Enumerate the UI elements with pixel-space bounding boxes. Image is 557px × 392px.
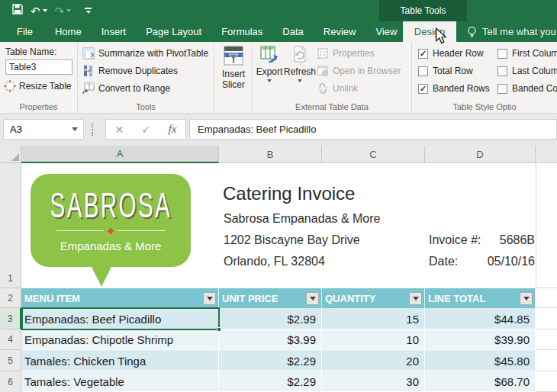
table-row: Tamales: Vegetable $2.29 30 $68.70 [21, 371, 557, 392]
checkbox-icon[interactable] [497, 84, 507, 94]
cell-b3[interactable]: $2.99 [219, 308, 322, 329]
row-header-4[interactable]: 4 [0, 329, 21, 350]
invoice-date-value: 05/10/16 [488, 255, 535, 268]
cell-d3[interactable]: $44.85 [425, 308, 536, 329]
column-header-a[interactable]: A [21, 146, 219, 163]
cell-c6[interactable]: 30 [322, 371, 425, 392]
resize-table-button[interactable]: Resize Table [4, 80, 71, 92]
resize-table-icon [4, 80, 16, 92]
tab-review[interactable]: Review [314, 21, 366, 42]
empty-cell[interactable] [536, 308, 557, 329]
tab-formulas[interactable]: Formulas [211, 21, 272, 42]
invoice-date-label: Date: [429, 255, 458, 268]
row-header-5[interactable]: 5 [0, 350, 21, 371]
ribbon: Table Name: Table3 Resize Table Properti… [0, 42, 557, 114]
redo-dropdown-icon [66, 9, 71, 12]
pivottable-icon [82, 47, 95, 59]
cancel-icon[interactable]: ✕ [115, 124, 124, 136]
cell-c3[interactable]: 15 [322, 308, 425, 329]
remove-duplicates-button[interactable]: Remove Duplicates [82, 65, 178, 77]
convert-to-range-icon [82, 82, 95, 95]
refresh-button[interactable]: Refresh [285, 45, 315, 82]
tab-data[interactable]: Data [272, 21, 313, 42]
checkbox-header-row[interactable]: ✓ Header Row [418, 48, 484, 59]
cell-b5[interactable]: $2.29 [219, 350, 322, 371]
column-header-d[interactable]: D [425, 146, 536, 162]
header-cell-unit-price[interactable]: UNIT PRICE [219, 288, 322, 308]
name-box[interactable]: A3 [3, 119, 84, 140]
filter-dropdown-icon[interactable] [520, 292, 533, 305]
row-header-1[interactable]: 1 [0, 163, 21, 288]
tab-home[interactable]: Home [45, 21, 92, 42]
row-header-2[interactable]: 2 [0, 288, 21, 308]
column-header-c[interactable]: C [322, 146, 425, 162]
row-header-6[interactable]: 6 [0, 371, 21, 392]
customize-quick-access-icon[interactable] [85, 8, 92, 14]
cell-d6[interactable]: $68.70 [425, 371, 536, 392]
name-box-dropdown-icon[interactable] [66, 127, 83, 131]
empty-cell[interactable] [536, 371, 557, 392]
cell-a5[interactable]: Tamales: Chicken Tinga [21, 350, 219, 371]
cell-d5[interactable]: $45.80 [425, 350, 536, 371]
undo-dropdown-icon[interactable] [43, 9, 47, 12]
export-button[interactable]: Export [254, 45, 285, 82]
tab-insert[interactable]: Insert [92, 21, 137, 42]
undo-button[interactable]: ↶ [31, 5, 47, 17]
open-in-browser-button-disabled: Open in Browser [317, 65, 401, 77]
cell-a6[interactable]: Tamales: Vegetable [21, 371, 219, 392]
cell-c5[interactable]: 20 [322, 350, 425, 371]
empty-cell[interactable] [536, 329, 557, 350]
properties-icon [317, 47, 329, 59]
checkbox-icon[interactable] [497, 66, 507, 76]
logo-tail [90, 264, 113, 287]
enter-icon[interactable]: ✓ [142, 124, 151, 136]
active-cell-selection[interactable] [21, 307, 220, 330]
insert-function-icon[interactable]: fx [169, 123, 177, 136]
header-cell-menu-item[interactable]: MENU ITEM [21, 288, 219, 308]
summarize-with-pivottable-button[interactable]: Summarize with PivotTable [82, 47, 208, 59]
cell-d4[interactable]: $39.90 [425, 329, 536, 350]
column-header-b[interactable]: B [219, 146, 322, 162]
checkbox-banded-columns[interactable]: Banded Colum [497, 83, 557, 94]
checkbox-last-column[interactable]: Last Column [497, 66, 557, 76]
export-dropdown-icon[interactable] [267, 79, 272, 82]
invoice-company: Sabrosa Empanadas & More [224, 212, 380, 226]
checkbox-banded-rows[interactable]: ✓ Banded Rows [418, 83, 490, 94]
table-name-input[interactable]: Table3 [5, 59, 72, 75]
header-cell-line-total[interactable]: LINE TOTAL [425, 288, 536, 308]
save-icon[interactable] [12, 4, 23, 18]
insert-slicer-button[interactable]: Insert Slicer [216, 45, 251, 90]
table-name-label: Table Name: [5, 47, 56, 57]
checkbox-icon[interactable] [497, 49, 507, 59]
filter-dropdown-icon[interactable] [409, 292, 422, 305]
checkbox-total-row[interactable]: Total Row [418, 66, 473, 76]
cell-b4[interactable]: $3.99 [219, 329, 322, 350]
group-table-style-options: ✓ Header Row Total Row ✓ Banded Rows Fir… [412, 42, 557, 113]
filter-dropdown-icon[interactable] [203, 292, 216, 305]
cell-a4[interactable]: Empanadas: Chipotle Shrimp [21, 329, 219, 350]
column-header-e[interactable] [536, 146, 557, 162]
checkbox-icon[interactable]: ✓ [418, 49, 428, 59]
cell-c4[interactable]: 10 [322, 329, 425, 350]
insert-slicer-icon [223, 45, 244, 66]
row-header-3[interactable]: 3 [0, 308, 21, 329]
checkbox-icon[interactable] [418, 66, 428, 76]
fill-handle[interactable] [217, 327, 221, 332]
tab-design[interactable]: Design [403, 21, 456, 42]
tab-page-layout[interactable]: Page Layout [136, 21, 211, 42]
cell-b6[interactable]: $2.29 [219, 371, 322, 392]
empty-cell[interactable] [536, 288, 557, 308]
refresh-dropdown-icon[interactable] [298, 79, 302, 82]
checkbox-first-column[interactable]: First Column [497, 48, 557, 59]
formula-input[interactable]: Empanadas: Beef Picadillo [189, 119, 557, 140]
empty-cell[interactable] [536, 350, 557, 371]
tab-view[interactable]: View [365, 21, 407, 42]
checkbox-icon[interactable]: ✓ [418, 84, 428, 94]
tell-me-search[interactable]: Tell me what you w [467, 21, 557, 42]
header-cell-quantity[interactable]: QUANTITY [322, 288, 425, 308]
convert-to-range-button[interactable]: Convert to Range [82, 82, 170, 95]
select-all-button[interactable] [0, 146, 21, 162]
tab-file[interactable]: File [5, 21, 45, 42]
open-in-browser-icon [317, 65, 329, 77]
filter-dropdown-icon[interactable] [306, 292, 319, 305]
